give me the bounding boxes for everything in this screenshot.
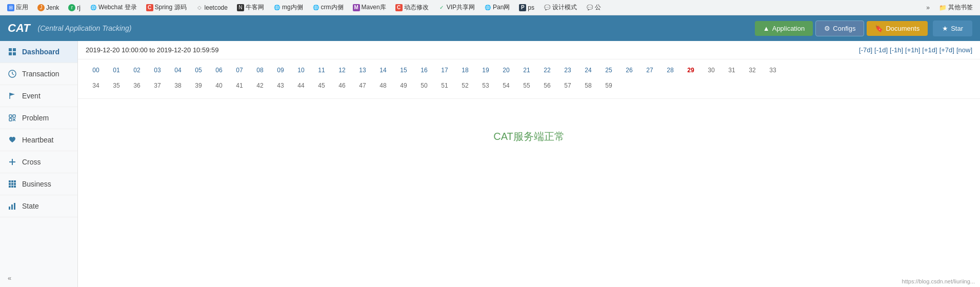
minute-cell-26[interactable]: 26	[619, 64, 639, 77]
sidebar-item-heartbeat[interactable]: Heartbeat	[0, 129, 77, 151]
minute-cell-04[interactable]: 04	[168, 64, 188, 77]
minute-cell-03[interactable]: 03	[147, 64, 168, 77]
bookmark-gong[interactable]: 💬 公	[583, 2, 604, 13]
bookmark-apps[interactable]: ⊞ 应用	[4, 2, 31, 13]
minute-grid: 0001020304050607080910111213141516171819…	[78, 59, 980, 99]
minute-cell-13[interactable]: 13	[352, 64, 373, 77]
minute-cell-23[interactable]: 23	[557, 64, 578, 77]
tab-documents[interactable]: 🔖 Documents	[867, 21, 928, 36]
time-link-plus1h[interactable]: [+1h]	[905, 46, 920, 54]
bookmark-pan[interactable]: 🌐 Pan网	[481, 2, 513, 13]
time-link-plus7d[interactable]: [+7d]	[939, 46, 954, 54]
bookmark-jenk[interactable]: J Jenk	[34, 3, 62, 12]
minute-cell-24[interactable]: 24	[578, 64, 598, 77]
minute-cell-57: 57	[557, 79, 578, 92]
minute-cell-20[interactable]: 20	[496, 64, 516, 77]
minute-cell-19[interactable]: 19	[475, 64, 496, 77]
main-layout: Dashboard Transaction Event Problem Hear…	[0, 41, 980, 287]
star-button[interactable]: ★ Star	[933, 20, 972, 36]
minute-cell-37: 37	[147, 79, 168, 92]
minute-cell-29[interactable]: 29	[681, 64, 701, 77]
svg-rect-19	[9, 183, 11, 185]
sidebar-item-problem[interactable]: Problem	[0, 107, 77, 129]
minute-cell-06[interactable]: 06	[209, 64, 229, 77]
pan-icon: 🌐	[484, 4, 491, 11]
bookmark-leetcode[interactable]: ◇ leetcode	[193, 3, 231, 12]
time-link-minus1h[interactable]: [-1h]	[890, 46, 903, 54]
minute-cell-28[interactable]: 28	[660, 64, 681, 77]
bookmark-ps[interactable]: P ps	[516, 3, 537, 12]
grid-icon	[8, 179, 17, 189]
minute-cell-54: 54	[496, 79, 516, 92]
time-link-minus7d[interactable]: [-7d]	[859, 46, 872, 54]
sidebar-item-dashboard[interactable]: Dashboard	[0, 41, 77, 63]
minute-cell-08[interactable]: 08	[250, 64, 270, 77]
minute-cell-14[interactable]: 14	[373, 64, 393, 77]
time-navigation: [-7d] [-1d] [-1h] [+1h] [+1d] [+7d] [now…	[859, 46, 972, 54]
svg-marker-8	[10, 93, 15, 96]
minute-cell-35: 35	[106, 79, 127, 92]
minute-cell-05[interactable]: 05	[188, 64, 209, 77]
svg-rect-9	[9, 115, 12, 117]
svg-rect-21	[14, 183, 16, 185]
minute-row-1: 0001020304050607080910111213141516171819…	[86, 64, 972, 77]
bookmarks-more[interactable]: »	[923, 3, 933, 12]
app-subtitle: (Central Application Tracking)	[38, 24, 750, 32]
gong-icon: 💬	[586, 4, 593, 11]
minute-cell-27[interactable]: 27	[639, 64, 660, 77]
minute-cell-16[interactable]: 16	[414, 64, 434, 77]
minute-cell-02[interactable]: 02	[127, 64, 147, 77]
bookmark-mg[interactable]: 🌐 mg内侧	[270, 2, 306, 13]
bookmarks-folder[interactable]: 📁 其他书签	[936, 2, 976, 13]
minute-cell-07[interactable]: 07	[229, 64, 250, 77]
sidebar-item-business[interactable]: Business	[0, 173, 77, 195]
bookmark-rj[interactable]: r rj	[65, 3, 84, 12]
sidebar-collapse-button[interactable]: «	[0, 269, 77, 287]
sidebar-item-state[interactable]: State	[0, 195, 77, 217]
minute-cell-46: 46	[332, 79, 352, 92]
minute-cell-09[interactable]: 09	[270, 64, 291, 77]
minute-cell-25[interactable]: 25	[598, 64, 619, 77]
flag-icon	[8, 91, 17, 100]
bar-icon	[8, 201, 17, 211]
sidebar: Dashboard Transaction Event Problem Hear…	[0, 41, 78, 287]
sidebar-item-transaction[interactable]: Transaction	[0, 63, 77, 85]
bookmark-maven[interactable]: M Maven库	[350, 2, 389, 13]
minute-cell-52: 52	[455, 79, 475, 92]
bookmark-dongta[interactable]: C 动态修改	[392, 2, 432, 13]
time-link-plus1d[interactable]: [+1d]	[922, 46, 937, 54]
tab-application[interactable]: ▲ Application	[755, 21, 813, 36]
time-link-now[interactable]: [now]	[956, 46, 972, 54]
content-header: 2019-12-20 10:00:00 to 2019-12-20 10:59:…	[78, 41, 980, 59]
configs-tab-icon: ⚙	[824, 25, 830, 32]
minute-cell-11[interactable]: 11	[311, 64, 332, 77]
minute-cell-00[interactable]: 00	[86, 64, 106, 77]
minute-cell-22[interactable]: 22	[537, 64, 557, 77]
puzzle-icon	[8, 113, 17, 122]
minute-cell-21[interactable]: 21	[516, 64, 537, 77]
minute-cell-18[interactable]: 18	[455, 64, 475, 77]
bookmark-vip[interactable]: ✓ VIP共享网	[435, 2, 478, 13]
minute-cell-15[interactable]: 15	[393, 64, 414, 77]
bookmark-webchat[interactable]: 🌐 Webchat 登录	[87, 2, 139, 13]
svg-rect-24	[14, 186, 16, 188]
heart-icon	[8, 135, 17, 145]
minute-cell-48: 48	[373, 79, 393, 92]
folder-icon: 📁	[939, 4, 947, 11]
sidebar-item-event[interactable]: Event	[0, 85, 77, 107]
minute-cell-56: 56	[537, 79, 557, 92]
sidebar-item-cross[interactable]: Cross	[0, 151, 77, 173]
svg-rect-10	[13, 115, 15, 117]
minute-cell-33: 33	[763, 64, 783, 77]
bookmark-design[interactable]: 💬 设计模式	[541, 2, 580, 13]
tab-configs[interactable]: ⚙ Configs	[815, 20, 864, 36]
app-header: CAT (Central Application Tracking) ▲ App…	[0, 15, 980, 41]
time-link-minus1d[interactable]: [-1d]	[874, 46, 888, 54]
minute-cell-17[interactable]: 17	[434, 64, 455, 77]
minute-cell-01[interactable]: 01	[106, 64, 127, 77]
bookmark-niuke[interactable]: N 牛客网	[234, 2, 267, 13]
bookmark-spring[interactable]: C Spring 源码	[143, 2, 190, 13]
minute-cell-10[interactable]: 10	[291, 64, 311, 77]
minute-cell-12[interactable]: 12	[332, 64, 352, 77]
bookmark-crm[interactable]: 🌐 crm内侧	[309, 2, 347, 13]
